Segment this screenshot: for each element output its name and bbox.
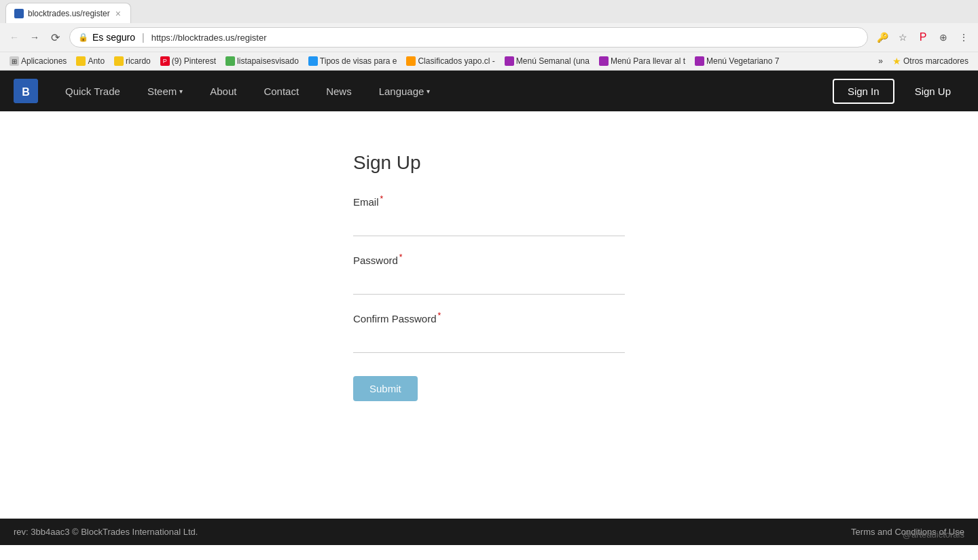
logo-svg: B xyxy=(14,79,38,103)
bookmark-anto-label: Anto xyxy=(88,56,105,66)
svg-text:B: B xyxy=(22,86,30,98)
bookmark-menu-veg-label: Menú Vegetariano 7 xyxy=(706,56,779,66)
nav-steem-label: Steem xyxy=(147,86,177,97)
submit-button[interactable]: Submit xyxy=(353,376,418,401)
address-bar[interactable]: 🔒 Es seguro | https://blocktrades.us/reg… xyxy=(69,27,868,48)
bookmark-menu-semanal[interactable]: Menú Semanal (una xyxy=(501,55,594,67)
nav-language[interactable]: Language ▾ xyxy=(365,71,444,111)
apps-icon: ⊞ xyxy=(10,56,19,66)
bookmark-menu-veg[interactable]: Menú Vegetariano 7 xyxy=(691,55,783,67)
refresh-btn[interactable]: ⟳ xyxy=(46,29,64,46)
app-footer: rev: 3bb4aac3 © BlockTrades Internationa… xyxy=(0,519,978,545)
email-group: Email* xyxy=(353,194,625,236)
sign-up-button[interactable]: Sign Up xyxy=(901,80,964,102)
anto-icon xyxy=(76,56,86,66)
browser-toolbar: ← → ⟳ 🔒 Es seguro | https://blocktrades.… xyxy=(0,23,978,52)
confirm-password-group: Confirm Password* xyxy=(353,311,625,353)
active-tab[interactable]: blocktrades.us/register × xyxy=(5,3,131,23)
nav-news[interactable]: News xyxy=(312,71,365,111)
email-label: Email* xyxy=(353,194,625,208)
password-label-text: Password xyxy=(353,255,398,266)
steem-dropdown-arrow: ▾ xyxy=(179,88,183,95)
app-logo-img: B xyxy=(14,79,38,103)
bookmark-anto[interactable]: Anto xyxy=(72,55,109,67)
bookmark-menu-llevar[interactable]: Menú Para llevar al t xyxy=(595,55,689,67)
signup-form: Email* Password* Confirm Password* Submi… xyxy=(353,194,625,401)
app-logo[interactable]: B xyxy=(14,79,38,103)
bookmark-lista-label: listapaisesvisado xyxy=(237,56,299,66)
bookmark-menu-llevar-label: Menú Para llevar al t xyxy=(611,56,685,66)
lista-icon xyxy=(225,56,235,66)
bookmarks-overflow-btn[interactable]: » xyxy=(874,55,887,67)
url-text: https://blocktrades.us/register xyxy=(151,33,859,43)
security-label: Es seguro xyxy=(92,32,135,43)
bookmark-ricardo-label: ricardo xyxy=(126,56,151,66)
bookmark-lista[interactable]: listapaisesvisado xyxy=(221,55,303,67)
confirm-password-required-star: * xyxy=(438,311,441,320)
email-input[interactable] xyxy=(353,213,625,236)
email-required-star: * xyxy=(380,194,384,204)
email-label-text: Email xyxy=(353,196,379,208)
browser-chrome: blocktrades.us/register × ← → ⟳ 🔒 Es seg… xyxy=(0,0,978,71)
lock-icon: 🔒 xyxy=(78,33,88,42)
nav-about[interactable]: About xyxy=(196,71,250,111)
language-dropdown-arrow: ▾ xyxy=(427,88,430,95)
nav-contact[interactable]: Contact xyxy=(250,71,312,111)
bookmark-tipos-label: Tipos de visas para e xyxy=(320,56,397,66)
menu-btn[interactable]: ⋮ xyxy=(955,29,973,46)
nav-steem[interactable]: Steem ▾ xyxy=(134,71,196,111)
password-label: Password* xyxy=(353,253,625,266)
password-group: Password* xyxy=(353,253,625,295)
bookmark-pinterest-label: (9) Pinterest xyxy=(172,56,216,66)
back-btn[interactable]: ← xyxy=(5,29,23,46)
browser-tabs: blocktrades.us/register × xyxy=(0,0,978,23)
nav-links: Quick Trade Steem ▾ About Contact News L… xyxy=(52,71,833,111)
nav-quick-trade[interactable]: Quick Trade xyxy=(52,71,134,111)
sign-in-button[interactable]: Sign In xyxy=(833,79,894,104)
pinterest-btn[interactable]: P xyxy=(914,29,932,46)
page-title: Sign Up xyxy=(353,152,625,174)
nav-actions: Sign In Sign Up xyxy=(833,79,964,104)
nav-buttons: ← → ⟳ xyxy=(5,29,64,46)
browser-actions: 🔑 ☆ P ⊕ ⋮ xyxy=(873,29,973,46)
bookmark-pinterest[interactable]: P (9) Pinterest xyxy=(156,55,220,67)
bookmark-clasificados[interactable]: Clasificados yapo.cl - xyxy=(402,55,499,67)
bookmark-btn[interactable]: ☆ xyxy=(894,29,911,46)
bookmark-clasificados-label: Clasificados yapo.cl - xyxy=(418,56,494,66)
url-separator: | xyxy=(142,32,145,43)
nav-language-label: Language xyxy=(379,86,424,97)
otros-marcadores-label: Otros marcadores xyxy=(903,56,968,66)
clasificados-icon xyxy=(406,56,416,66)
footer-rev: rev: 3bb4aac3 © BlockTrades Internationa… xyxy=(14,527,198,537)
tab-title: blocktrades.us/register xyxy=(28,9,110,18)
menu-semanal-icon xyxy=(505,56,514,66)
form-container: Sign Up Email* Password* Confirm Passwor… xyxy=(353,138,625,401)
menu-llevar-icon xyxy=(599,56,609,66)
password-input[interactable] xyxy=(353,272,625,295)
bookmark-tipos[interactable]: Tipos de visas para e xyxy=(304,55,401,67)
pinterest-bm-icon: P xyxy=(160,56,170,66)
attribution: @arteadictorals xyxy=(903,529,964,540)
bookmark-ricardo[interactable]: ricardo xyxy=(110,55,155,67)
otros-marcadores[interactable]: ★ Otros marcadores xyxy=(888,54,973,68)
forward-btn[interactable]: → xyxy=(26,29,43,46)
app-navbar: B Quick Trade Steem ▾ About Contact News… xyxy=(0,71,978,111)
ricardo-icon xyxy=(114,56,124,66)
menu-veg-icon xyxy=(695,56,704,66)
confirm-password-label-text: Confirm Password xyxy=(353,313,437,324)
bookmark-menu-semanal-label: Menú Semanal (una xyxy=(516,56,590,66)
tab-favicon xyxy=(14,9,24,18)
tab-close-btn[interactable]: × xyxy=(114,8,122,19)
bookmarks-bar: ⊞ Aplicaciones Anto ricardo P (9) Pinter… xyxy=(0,52,978,70)
tipos-icon xyxy=(308,56,318,66)
bookmark-apps[interactable]: ⊞ Aplicaciones xyxy=(5,55,71,67)
main-content: Sign Up Email* Password* Confirm Passwor… xyxy=(0,111,978,519)
confirm-password-label: Confirm Password* xyxy=(353,311,625,324)
password-required-star: * xyxy=(399,253,403,262)
bookmark-apps-label: Aplicaciones xyxy=(21,56,67,66)
otros-icon: ★ xyxy=(892,56,901,67)
extension-btn[interactable]: ⊕ xyxy=(935,29,952,46)
confirm-password-input[interactable] xyxy=(353,330,625,353)
key-icon-btn[interactable]: 🔑 xyxy=(873,29,891,46)
